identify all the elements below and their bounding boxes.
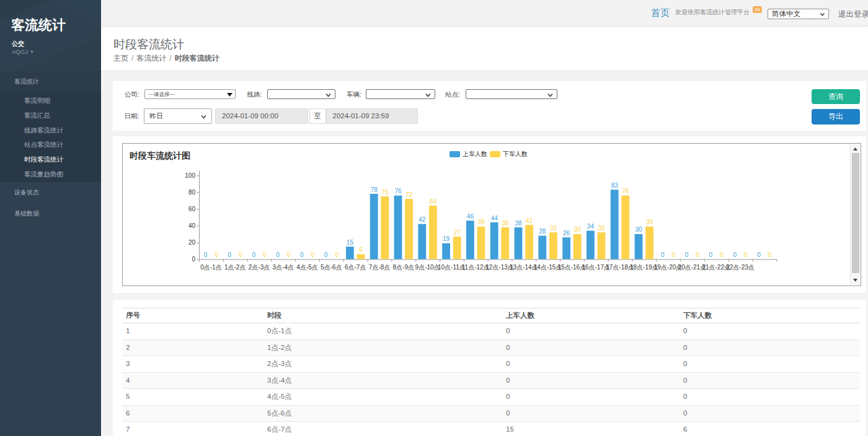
svg-text:27: 27 xyxy=(454,229,461,236)
svg-text:0: 0 xyxy=(733,251,737,258)
svg-text:15: 15 xyxy=(347,239,354,246)
svg-text:60: 60 xyxy=(188,206,196,212)
svg-text:0: 0 xyxy=(204,251,208,258)
svg-text:0: 0 xyxy=(252,251,255,258)
svg-text:0: 0 xyxy=(335,251,339,258)
svg-text:0: 0 xyxy=(228,251,232,258)
svg-text:4点-5点: 4点-5点 xyxy=(296,264,317,271)
svg-text:0: 0 xyxy=(720,251,724,258)
svg-text:30: 30 xyxy=(574,226,582,233)
svg-text:0: 0 xyxy=(276,251,280,258)
svg-text:83: 83 xyxy=(611,182,619,189)
svg-text:0点-1点: 0点-1点 xyxy=(200,264,221,271)
svg-text:41: 41 xyxy=(526,217,533,224)
svg-text:1点-2点: 1点-2点 xyxy=(224,264,246,271)
svg-text:32: 32 xyxy=(550,225,557,232)
svg-text:38: 38 xyxy=(502,220,509,227)
svg-text:72: 72 xyxy=(405,191,413,198)
svg-text:64: 64 xyxy=(430,198,437,205)
svg-text:30: 30 xyxy=(635,226,642,233)
svg-text:0: 0 xyxy=(239,251,242,258)
svg-text:0: 0 xyxy=(696,251,699,258)
svg-text:75: 75 xyxy=(381,189,389,196)
svg-text:39: 39 xyxy=(646,219,653,225)
svg-text:44: 44 xyxy=(491,215,498,222)
svg-text:0: 0 xyxy=(300,251,304,258)
svg-text:0: 0 xyxy=(685,251,689,258)
svg-text:76: 76 xyxy=(394,188,402,194)
svg-text:0: 0 xyxy=(768,251,772,258)
svg-text:7点-8点: 7点-8点 xyxy=(369,264,390,271)
svg-text:2点-3点: 2点-3点 xyxy=(249,264,270,271)
svg-text:9点-10点: 9点-10点 xyxy=(415,264,440,271)
svg-text:76: 76 xyxy=(622,188,629,194)
svg-text:100: 100 xyxy=(185,172,195,179)
svg-text:5点-6点: 5点-6点 xyxy=(321,264,342,271)
svg-text:80: 80 xyxy=(188,189,196,196)
svg-text:8点-9点: 8点-9点 xyxy=(393,264,414,271)
svg-text:0: 0 xyxy=(757,251,761,258)
svg-text:34: 34 xyxy=(587,223,595,230)
svg-text:6点-7点: 6点-7点 xyxy=(345,264,366,271)
svg-text:0: 0 xyxy=(287,251,291,258)
svg-text:20: 20 xyxy=(188,239,196,246)
svg-text:38: 38 xyxy=(515,220,522,227)
svg-text:6: 6 xyxy=(359,246,363,253)
svg-text:39: 39 xyxy=(477,219,485,225)
svg-text:0: 0 xyxy=(744,251,748,258)
svg-text:0: 0 xyxy=(672,251,676,258)
svg-text:0: 0 xyxy=(324,251,328,258)
svg-text:46: 46 xyxy=(467,213,474,220)
svg-text:28: 28 xyxy=(539,228,546,235)
svg-text:42: 42 xyxy=(418,216,426,223)
svg-text:0: 0 xyxy=(661,251,665,258)
svg-text:19: 19 xyxy=(443,235,450,242)
svg-text:0: 0 xyxy=(263,251,267,258)
svg-text:32: 32 xyxy=(598,225,605,232)
svg-text:40: 40 xyxy=(188,222,196,229)
svg-text:0: 0 xyxy=(709,251,713,258)
svg-text:0: 0 xyxy=(192,256,195,263)
svg-text:3点-4点: 3点-4点 xyxy=(273,264,294,271)
svg-text:26: 26 xyxy=(563,230,570,237)
svg-text:0: 0 xyxy=(215,251,218,258)
svg-text:78: 78 xyxy=(371,186,378,193)
svg-text:22点-23点: 22点-23点 xyxy=(726,264,755,271)
svg-text:0: 0 xyxy=(311,251,315,258)
